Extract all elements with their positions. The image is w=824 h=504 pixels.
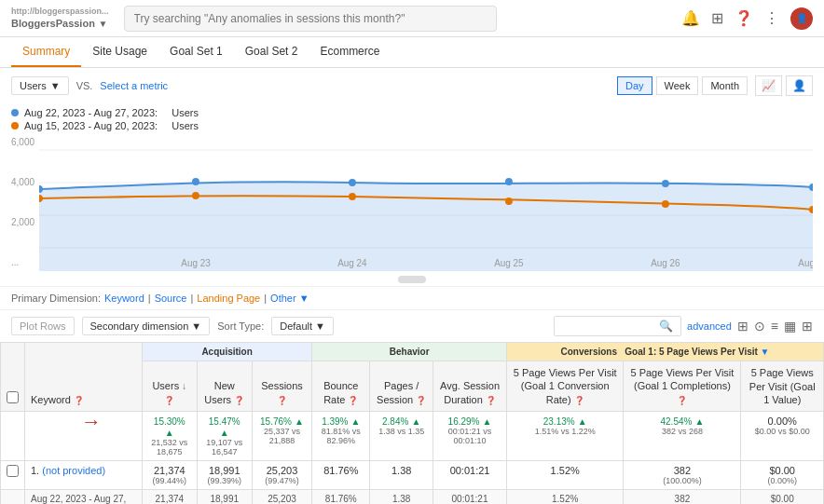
legend-item-1: Aug 22, 2023 - Aug 27, 2023: Users	[11, 107, 813, 118]
value-cell: $0.00 (0.00%)	[741, 461, 824, 490]
svg-text:Aug 25: Aug 25	[494, 258, 524, 268]
tab-site-usage[interactable]: Site Usage	[81, 37, 158, 67]
view-day-btn[interactable]: Day	[617, 76, 652, 95]
date-duration: 00:01:21	[433, 490, 507, 504]
date-users: 21,374 (99.44%)	[142, 490, 197, 504]
data-table: Keyword ❓ Acquisition Behavior Conversio…	[0, 342, 824, 504]
tab-ecommerce[interactable]: Ecommerce	[309, 37, 391, 67]
grid-icon[interactable]: ⊞	[711, 9, 723, 27]
tab-summary[interactable]: Summary	[11, 37, 81, 67]
users-cell: 21,374 (99.44%)	[142, 461, 197, 490]
avg-session-col-header[interactable]: Avg. Session Duration ❓	[433, 361, 507, 412]
conv-rate-col-header[interactable]: 5 Page Views Per Visit (Goal 1 Conversio…	[506, 361, 623, 412]
bar-chart-btn[interactable]: 👤	[786, 75, 813, 96]
conv-rate-cell: 1.52%	[506, 461, 623, 490]
tab-goal-set-2[interactable]: Goal Set 2	[234, 37, 309, 67]
acquisition-header: Acquisition	[142, 343, 311, 361]
table-view-more-icon[interactable]: ⊞	[802, 319, 813, 334]
svg-point-13	[505, 198, 513, 205]
view-week-btn[interactable]: Week	[656, 76, 699, 95]
totals-users: 15.30% ▲ 21,532 vs 18,675	[142, 412, 197, 461]
table-view-bar-icon[interactable]: ▦	[784, 319, 796, 334]
goal-dropdown[interactable]: ▼	[761, 347, 770, 357]
bounce-rate-col-header[interactable]: Bounce Rate ❓	[312, 361, 370, 412]
svg-point-11	[192, 192, 199, 199]
new-users-col-header[interactable]: New Users ❓	[197, 361, 252, 412]
svg-text:Aug 24: Aug 24	[337, 258, 367, 268]
more-icon[interactable]: ⋮	[764, 9, 779, 27]
chart-area: 6,000 4,000 2,000 ... Aug 23 Aug	[0, 137, 824, 286]
y-axis-labels: 6,000 4,000 2,000 ...	[11, 137, 34, 267]
svg-point-6	[349, 179, 356, 186]
svg-text:Aug 26: Aug 26	[651, 258, 680, 268]
sort-type-label: Sort Type:	[217, 320, 264, 332]
svg-point-8	[662, 180, 669, 187]
svg-point-12	[349, 193, 356, 200]
table-view-circle-icon[interactable]: ⊙	[754, 319, 765, 334]
legend-dot-orange	[11, 122, 19, 129]
select-all-checkbox[interactable]	[1, 343, 25, 412]
dim-keyword[interactable]: Keyword	[104, 293, 144, 304]
chart-scroll-handle[interactable]	[398, 276, 426, 283]
completions-cell: 382 (100.00%)	[624, 461, 741, 490]
line-chart-btn[interactable]: 📈	[755, 75, 782, 96]
date-completions: 382 (100.00%)	[624, 490, 741, 504]
dim-source[interactable]: Source	[155, 293, 187, 304]
date-pages: 1.38	[370, 490, 433, 504]
totals-completions: 42.54% ▲ 382 vs 268	[624, 412, 741, 461]
totals-duration: 16.29% ▲ 00:01:21 vs 00:01:10	[433, 412, 507, 461]
legend-dot-blue	[11, 109, 19, 116]
conversions-header: Conversions Goal 1: 5 Page Views Per Vis…	[506, 343, 823, 361]
duration-cell: 00:01:21	[433, 461, 507, 490]
sort-type-btn[interactable]: Default ▼	[271, 317, 334, 335]
dimension-row: Primary Dimension: Keyword | Source | La…	[0, 286, 824, 309]
keyword-link[interactable]: (not provided)	[42, 465, 105, 476]
table-view-list-icon[interactable]: ≡	[771, 319, 778, 334]
totals-conv-rate: 23.13% ▲ 1.51% vs 1.22%	[506, 412, 623, 461]
secondary-dimension-btn[interactable]: Secondary dimension ▼	[82, 317, 211, 335]
svg-point-5	[192, 178, 199, 185]
users-dropdown[interactable]: Users ▼	[11, 76, 69, 95]
table-search-input[interactable]	[562, 320, 655, 332]
search-input[interactable]	[124, 6, 497, 32]
avatar[interactable]: 👤	[790, 7, 813, 30]
table-view-grid-icon[interactable]: ⊞	[737, 319, 748, 334]
svg-point-14	[662, 200, 669, 208]
dim-other[interactable]: Other ▼	[270, 293, 309, 304]
keyword-header: Keyword ❓	[25, 343, 143, 412]
row-checkbox[interactable]	[1, 461, 25, 490]
behavior-header: Behavior	[312, 343, 507, 361]
select-metric-link[interactable]: Select a metric	[100, 80, 168, 91]
date-conv-rate: 1.52%	[506, 490, 623, 504]
table-search-box[interactable]: 🔍	[554, 316, 681, 336]
sessions-col-header[interactable]: Sessions ❓	[252, 361, 312, 412]
tab-goal-set-1[interactable]: Goal Set 1	[158, 37, 234, 67]
bell-icon[interactable]: 🔔	[681, 9, 700, 27]
dim-landing-page[interactable]: Landing Page	[197, 293, 260, 304]
plot-rows-btn[interactable]: Plot Rows	[11, 317, 75, 335]
view-month-btn[interactable]: Month	[702, 76, 748, 95]
table-controls: Plot Rows Secondary dimension ▼ Sort Typ…	[0, 309, 824, 342]
date-label: Aug 22, 2023 - Aug 27, 2023	[25, 490, 143, 504]
header-logo[interactable]: http://bloggerspassion... BloggersPassio…	[11, 7, 109, 30]
totals-label-cell: →	[25, 412, 143, 461]
search-icon: 🔍	[659, 320, 673, 333]
completions-col-header[interactable]: 5 Page Views Per Visit (Goal 1 Completio…	[624, 361, 741, 412]
svg-text:Aug 27: Aug 27	[798, 258, 813, 268]
vs-label: VS.	[76, 80, 93, 91]
table-row: 1. (not provided) 21,374 (99.44%) 18,991…	[1, 461, 824, 490]
totals-new-users: 15.47% ▲ 19,107 vs 16,547	[197, 412, 252, 461]
users-col-header[interactable]: Users ↓ ❓	[142, 361, 197, 412]
sessions-cell: 25,203 (99.47%)	[252, 461, 312, 490]
totals-pages: 2.84% ▲ 1.38 vs 1.35	[370, 412, 433, 461]
svg-text:Aug 23: Aug 23	[181, 258, 211, 268]
date-sessions: 25,203 (99.47%)	[252, 490, 312, 504]
date-new-users: 18,991 (99.39%)	[197, 490, 252, 504]
svg-point-7	[505, 178, 513, 185]
totals-row: → 15.30% ▲ 21,532 vs 18,675 15.47% ▲ 19,…	[1, 412, 824, 461]
advanced-link[interactable]: advanced	[687, 320, 732, 332]
help-icon[interactable]: ❓	[735, 9, 753, 27]
date-bounce: 81.76%	[312, 490, 370, 504]
pages-session-col-header[interactable]: Pages / Session ❓	[370, 361, 433, 412]
value-col-header[interactable]: 5 Page Views Per Visit (Goal 1 Value)	[741, 361, 824, 412]
